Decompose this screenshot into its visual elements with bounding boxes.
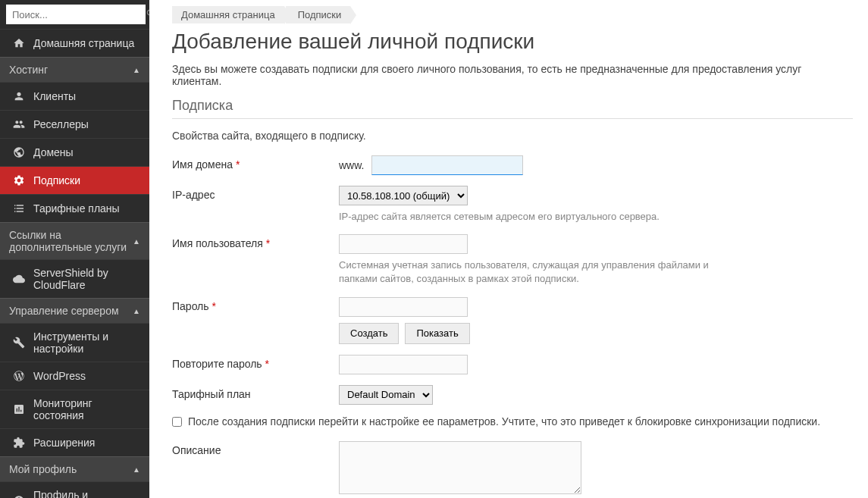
- plan-select[interactable]: Default Domain: [339, 385, 433, 405]
- required-mark: *: [266, 237, 270, 249]
- field-plan: Default Domain: [339, 385, 794, 405]
- gear-icon: [12, 174, 26, 187]
- field-repeat-password: [339, 355, 794, 374]
- nav-label: Домены: [33, 146, 74, 158]
- search-input[interactable]: [6, 5, 146, 24]
- label-password: Пароль *: [172, 297, 339, 344]
- nav-profile-settings[interactable]: Профиль и настройки: [0, 481, 149, 498]
- extensions-icon: [12, 436, 26, 449]
- monitor-icon: [12, 402, 26, 416]
- nav-label: ServerShield by CloudFlare: [33, 267, 140, 291]
- field-ip: 10.58.108.100 (общий) IP-адрес сайта явл…: [339, 186, 794, 224]
- section-profile[interactable]: Мой профиль ▲: [0, 456, 149, 481]
- nav-home[interactable]: Домашняя страница: [0, 29, 149, 57]
- section-label: Управление сервером: [9, 305, 119, 317]
- nav-label: Домашняя страница: [33, 37, 134, 49]
- people-icon: [12, 117, 26, 131]
- required-mark: *: [265, 358, 269, 370]
- nav-resellers[interactable]: Реселлеры: [0, 110, 149, 138]
- nav-tools[interactable]: Инструменты и настройки: [0, 323, 149, 362]
- person-icon: [12, 89, 26, 103]
- section-label: Ссылки на дополнительные услуги: [9, 229, 133, 253]
- section-hosting[interactable]: Хостинг ▲: [0, 57, 149, 82]
- username-input[interactable]: [339, 234, 468, 254]
- nav-extensions[interactable]: Расширения: [0, 428, 149, 456]
- ip-help: IP-адрес сайта является сетевым адресом …: [339, 210, 718, 224]
- nav-subscriptions[interactable]: Подписки: [0, 166, 149, 194]
- nav-label: Подписки: [33, 174, 80, 186]
- nav-servershield[interactable]: ServerShield by CloudFlare: [0, 259, 149, 298]
- breadcrumb: Домашняя страница Подписки: [172, 6, 853, 23]
- password-input[interactable]: [339, 297, 468, 317]
- chevron-up-icon: ▲: [133, 465, 140, 474]
- row-plan: Тарифный план Default Domain: [172, 385, 853, 405]
- list-icon: [12, 202, 26, 215]
- label-text: Повторите пароль: [172, 358, 262, 370]
- cloud-icon: [12, 272, 26, 286]
- section-server[interactable]: Управление сервером ▲: [0, 298, 149, 323]
- field-domain: www.: [339, 155, 794, 175]
- page-intro: Здесь вы можете создавать подписки для с…: [172, 63, 853, 87]
- field-description: Эта информация видна только хостинг-пров…: [339, 441, 794, 498]
- generate-button[interactable]: Создать: [339, 323, 399, 344]
- nav-monitoring[interactable]: Мониторинг состояния: [0, 390, 149, 428]
- ip-select[interactable]: 10.58.108.100 (общий): [339, 186, 468, 205]
- label-text: Имя домена: [172, 158, 233, 171]
- crumb-label: Подписки: [298, 9, 342, 20]
- profile-icon: [12, 494, 26, 498]
- nav-wordpress[interactable]: WordPress: [0, 362, 149, 390]
- row-description: Описание Эта информация видна только хос…: [172, 441, 853, 498]
- label-text: Пароль: [172, 300, 209, 312]
- chevron-up-icon: ▲: [133, 66, 140, 74]
- nav-label: Реселлеры: [33, 118, 89, 130]
- label-plan: Тарифный план: [172, 385, 339, 405]
- row-ip: IP-адрес 10.58.108.100 (общий) IP-адрес …: [172, 186, 853, 224]
- nav-label: Мониторинг состояния: [33, 397, 140, 421]
- field-password: Создать Показать: [339, 297, 794, 344]
- search-box: [6, 5, 143, 24]
- nav-clients[interactable]: Клиенты: [0, 82, 149, 110]
- domain-prefix: www.: [339, 159, 364, 171]
- row-repeat-password: Повторите пароль *: [172, 355, 853, 374]
- section-label: Мой профиль: [9, 463, 77, 475]
- proceed-checkbox[interactable]: [172, 417, 182, 427]
- breadcrumb-subscriptions[interactable]: Подписки: [286, 6, 351, 23]
- breadcrumb-home[interactable]: Домашняя страница: [172, 6, 284, 23]
- nav-label: Расширения: [33, 437, 95, 449]
- home-icon: [12, 36, 26, 50]
- row-username: Имя пользователя * Системная учетная зап…: [172, 234, 853, 286]
- section-title: Подписка: [172, 98, 853, 119]
- nav-label: WordPress: [33, 370, 86, 382]
- row-checkbox: После создания подписки перейти к настро…: [172, 415, 853, 428]
- section-links[interactable]: Ссылки на дополнительные услуги ▲: [0, 222, 149, 259]
- wordpress-icon: [12, 369, 26, 383]
- section-desc: Свойства сайта, входящего в подписку.: [172, 130, 853, 142]
- domain-input[interactable]: [371, 155, 523, 175]
- chevron-up-icon: ▲: [133, 307, 140, 315]
- nav-label: Клиенты: [33, 90, 76, 102]
- checkbox-label[interactable]: После создания подписки перейти к настро…: [188, 415, 853, 428]
- label-ip: IP-адрес: [172, 186, 339, 224]
- search-container: [0, 0, 149, 29]
- page-title: Добавление вашей личной подписки: [172, 30, 853, 54]
- section-label: Хостинг: [9, 64, 48, 76]
- nav-label: Тарифные планы: [33, 202, 120, 215]
- nav-domains[interactable]: Домены: [0, 138, 149, 166]
- label-username: Имя пользователя *: [172, 234, 339, 286]
- row-password: Пароль * Создать Показать: [172, 297, 853, 344]
- label-domain: Имя домена *: [172, 155, 339, 175]
- field-username: Системная учетная запись пользователя, с…: [339, 234, 794, 286]
- required-mark: *: [236, 158, 240, 171]
- show-button[interactable]: Показать: [405, 323, 469, 344]
- label-text: Имя пользователя: [172, 237, 263, 249]
- username-help: Системная учетная запись пользователя, с…: [339, 258, 718, 286]
- crumb-label: Домашняя страница: [181, 9, 275, 20]
- label-repeat-password: Повторите пароль *: [172, 355, 339, 374]
- description-textarea[interactable]: [339, 441, 581, 494]
- required-mark: *: [212, 300, 215, 312]
- nav-label: Инструменты и настройки: [33, 330, 140, 355]
- nav-label: Профиль и настройки: [33, 489, 140, 498]
- nav-plans[interactable]: Тарифные планы: [0, 194, 149, 222]
- repeat-password-input[interactable]: [339, 355, 468, 374]
- main-content: Домашняя страница Подписки Добавление ва…: [149, 0, 868, 498]
